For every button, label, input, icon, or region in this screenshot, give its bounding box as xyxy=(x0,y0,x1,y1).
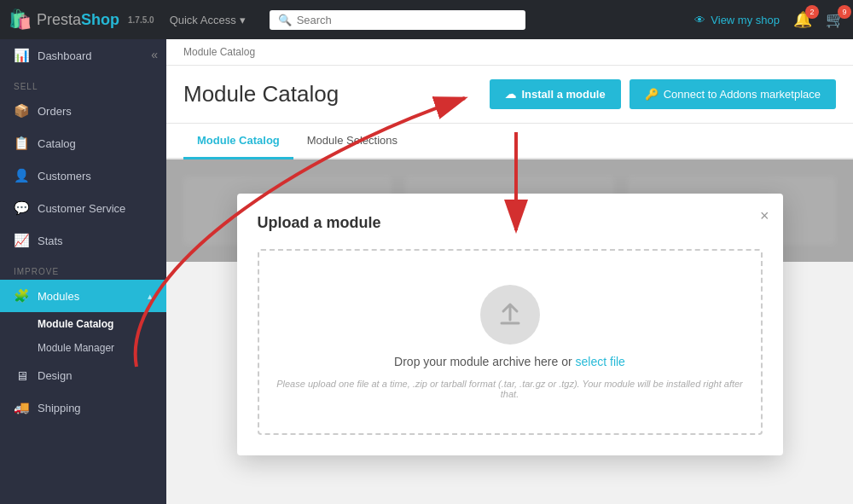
view-shop-button[interactable]: 👁 View my shop xyxy=(694,14,780,26)
search-input[interactable] xyxy=(297,14,517,26)
sidebar-sub-module-catalog[interactable]: Module Catalog xyxy=(0,312,166,336)
logo: 🛍️ PrestaShop 1.7.5.0 xyxy=(9,9,154,31)
sell-section-label: SELL xyxy=(0,72,166,95)
nav-right: 👁 View my shop 🔔 2 🛒 9 xyxy=(694,10,844,29)
sidebar-item-customer-service[interactable]: 💬 Customer Service xyxy=(0,192,166,224)
content-area: Upload a module × Drop your module archi… xyxy=(166,159,853,262)
sidebar-item-label: Orders xyxy=(38,105,72,118)
customers-icon: 👤 xyxy=(14,168,29,183)
sidebar-item-label: Shipping xyxy=(38,402,81,414)
chevron-down-icon: ▾ xyxy=(240,14,246,26)
connect-btn-label: Connect to Addons marketplace xyxy=(664,88,821,101)
sidebar-item-label: Stats xyxy=(38,235,63,247)
sidebar-item-orders[interactable]: 📦 Orders xyxy=(0,95,166,127)
notifications-badge: 2 xyxy=(805,5,819,19)
sidebar-item-design[interactable]: 🖥 Design xyxy=(0,360,166,391)
select-file-link[interactable]: select file xyxy=(576,355,625,368)
catalog-icon: 📋 xyxy=(14,136,29,151)
eye-icon: 👁 xyxy=(694,14,705,26)
cart-button[interactable]: 🛒 9 xyxy=(826,10,844,29)
key-icon: 🔑 xyxy=(645,88,659,101)
sidebar-item-stats[interactable]: 📈 Stats xyxy=(0,224,166,257)
upload-icon: ☁ xyxy=(505,88,516,101)
chevron-icon: ▴ xyxy=(148,291,153,302)
header-actions: ☁ Install a module 🔑 Connect to Addons m… xyxy=(490,79,836,109)
notifications-button[interactable]: 🔔 2 xyxy=(793,10,812,29)
sidebar-item-label: Dashboard xyxy=(38,49,92,62)
modules-icon: 🧩 xyxy=(14,288,29,304)
modal-overlay: Upload a module × Drop your module archi… xyxy=(166,159,853,262)
logo-text: PrestaShop xyxy=(37,11,119,29)
shipping-icon: 🚚 xyxy=(14,400,29,415)
sidebar-item-label: Customers xyxy=(38,170,91,182)
customer-service-icon: 💬 xyxy=(14,200,29,216)
connect-addons-button[interactable]: 🔑 Connect to Addons marketplace xyxy=(630,79,836,109)
tabs-bar: Module Catalog Module Selections xyxy=(166,124,853,159)
design-icon: 🖥 xyxy=(14,368,29,383)
stats-icon: 📈 xyxy=(14,233,29,248)
cart-badge: 9 xyxy=(838,5,851,19)
sidebar-item-label: Modules xyxy=(38,290,79,303)
layout: « 📊 Dashboard SELL 📦 Orders 📋 Catalog 👤 … xyxy=(0,39,853,504)
sidebar-item-label: Customer Service xyxy=(38,202,125,215)
improve-section-label: IMPROVE xyxy=(0,257,166,280)
tab-label: Module Catalog xyxy=(197,134,280,147)
tab-label: Module Selections xyxy=(307,134,397,147)
sub-item-label: Module Catalog xyxy=(38,318,113,330)
version-label: 1.7.5.0 xyxy=(128,15,154,25)
orders-icon: 📦 xyxy=(14,103,29,119)
search-bar: 🔍 xyxy=(270,10,525,30)
sidebar-item-catalog[interactable]: 📋 Catalog xyxy=(0,127,166,159)
modal-close-button[interactable]: × xyxy=(760,207,769,225)
sidebar-item-customers[interactable]: 👤 Customers xyxy=(0,159,166,192)
upload-dropzone[interactable]: Drop your module archive here or select … xyxy=(258,249,763,435)
main-content: Module Catalog Module Catalog ☁ Install … xyxy=(166,39,853,504)
quick-access-label: Quick Access xyxy=(170,14,236,26)
sidebar-item-dashboard[interactable]: 📊 Dashboard xyxy=(0,39,166,72)
sidebar: « 📊 Dashboard SELL 📦 Orders 📋 Catalog 👤 … xyxy=(0,39,166,504)
tab-module-catalog[interactable]: Module Catalog xyxy=(183,124,293,159)
install-module-button[interactable]: ☁ Install a module xyxy=(490,79,620,109)
search-icon: 🔍 xyxy=(278,14,292,26)
upload-text-prefix: Drop your module archive here or xyxy=(394,355,575,368)
upload-hint: Please upload one file at a time, .zip o… xyxy=(276,379,744,399)
sidebar-item-shipping[interactable]: 🚚 Shipping xyxy=(0,391,166,424)
sidebar-item-modules[interactable]: 🧩 Modules ▴ xyxy=(0,280,166,312)
breadcrumb: Module Catalog xyxy=(166,39,853,66)
page-title: Module Catalog xyxy=(183,81,339,107)
install-btn-label: Install a module xyxy=(521,88,605,101)
sidebar-item-label: Catalog xyxy=(38,137,76,150)
modal-title: Upload a module xyxy=(258,214,763,232)
top-nav: 🛍️ PrestaShop 1.7.5.0 Quick Access ▾ 🔍 👁… xyxy=(0,0,853,39)
upload-modal: Upload a module × Drop your module archi… xyxy=(237,194,783,455)
sidebar-toggle[interactable]: « xyxy=(151,48,158,61)
sidebar-sub-module-manager[interactable]: Module Manager xyxy=(0,336,166,360)
page-header: Module Catalog ☁ Install a module 🔑 Conn… xyxy=(166,66,853,124)
quick-access-button[interactable]: Quick Access ▾ xyxy=(163,10,252,30)
dashboard-icon: 📊 xyxy=(14,48,29,63)
upload-cloud-icon xyxy=(480,285,540,345)
tab-module-selections[interactable]: Module Selections xyxy=(293,124,411,159)
view-shop-label: View my shop xyxy=(711,14,780,26)
sub-item-label: Module Manager xyxy=(38,342,114,354)
sidebar-item-label: Design xyxy=(38,369,72,382)
upload-instruction: Drop your module archive here or select … xyxy=(394,355,625,368)
